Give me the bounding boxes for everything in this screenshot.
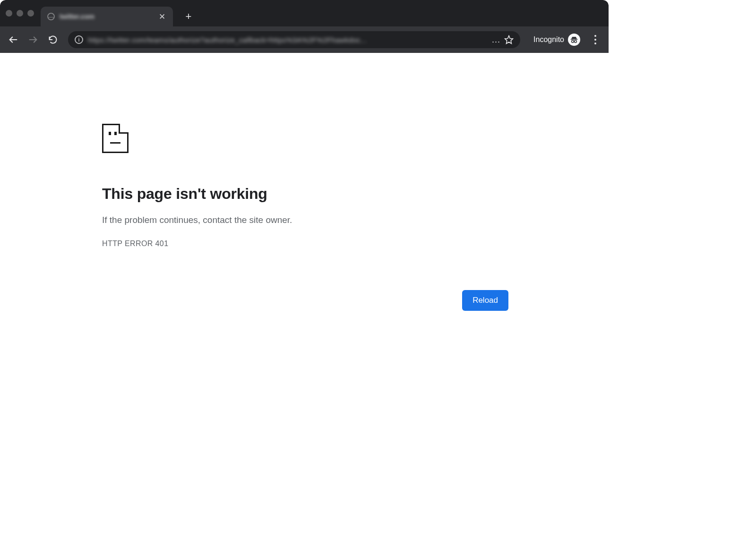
star-icon: [504, 35, 514, 44]
address-bar[interactable]: i https://twitter.com/teams/authorize?au…: [68, 31, 520, 48]
browser-toolbar: i https://twitter.com/teams/authorize?au…: [0, 26, 609, 53]
svg-point-3: [575, 40, 577, 43]
globe-icon: [47, 13, 55, 20]
error-heading: This page isn't working: [102, 185, 508, 203]
svg-marker-0: [505, 36, 513, 44]
url-truncation: ...: [492, 35, 500, 45]
tab-title: twitter.com: [60, 13, 154, 20]
svg-rect-1: [571, 39, 578, 40]
browser-titlebar: twitter.com ✕ +: [0, 0, 609, 26]
site-info-icon[interactable]: i: [75, 35, 83, 44]
error-subtext: If the problem continues, contact the si…: [102, 215, 508, 225]
window-close-button[interactable]: [6, 10, 12, 17]
bookmark-button[interactable]: [504, 35, 514, 44]
close-tab-button[interactable]: ✕: [158, 12, 166, 21]
browser-menu-button[interactable]: [587, 31, 604, 48]
new-tab-button[interactable]: +: [181, 9, 196, 24]
incognito-icon: [568, 34, 580, 46]
forward-button[interactable]: [25, 31, 42, 48]
back-button[interactable]: [5, 31, 22, 48]
error-code: HTTP ERROR 401: [102, 239, 508, 248]
sad-page-icon: [102, 124, 129, 153]
arrow-left-icon: [8, 34, 18, 45]
incognito-indicator[interactable]: Incognito: [533, 34, 580, 46]
error-block: This page isn't working If the problem c…: [102, 124, 508, 248]
reload-button[interactable]: [44, 31, 61, 48]
reload-page-button[interactable]: Reload: [462, 290, 508, 311]
dot-icon: [594, 43, 596, 44]
window-maximize-button[interactable]: [27, 10, 34, 17]
arrow-right-icon: [28, 34, 38, 45]
svg-point-2: [572, 40, 574, 43]
spy-icon: [570, 35, 578, 44]
window-minimize-button[interactable]: [17, 10, 23, 17]
dot-icon: [594, 35, 596, 37]
dot-icon: [594, 39, 596, 41]
url-text: https://twitter.com/teams/authorize?auth…: [88, 36, 490, 44]
reload-icon: [48, 35, 58, 44]
browser-tab[interactable]: twitter.com ✕: [41, 7, 173, 26]
page-content: This page isn't working If the problem c…: [0, 53, 609, 248]
window-controls: [6, 10, 34, 17]
incognito-label: Incognito: [533, 35, 564, 44]
